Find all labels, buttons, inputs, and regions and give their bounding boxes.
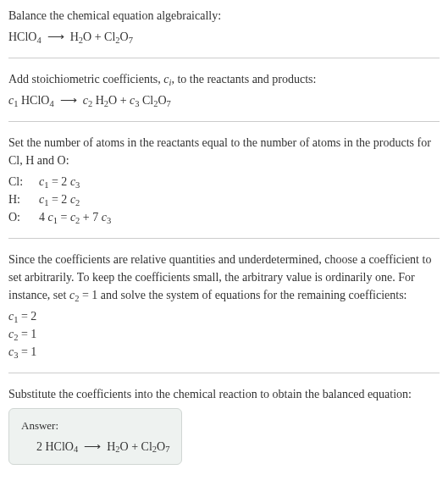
divider	[8, 238, 440, 239]
c1-sub: 1	[14, 99, 18, 108]
answer-r1b: O + Cl	[120, 440, 152, 453]
answer-label: Answer:	[21, 417, 169, 434]
cr-sub: 2	[75, 198, 80, 207]
sp2: H	[92, 94, 104, 107]
product-h2o-sub: 2	[79, 36, 83, 45]
step3-text: Since the coefficients are relative quan…	[8, 251, 440, 304]
product-plus: O + Cl	[83, 30, 115, 43]
sp3b: O	[158, 94, 166, 107]
cvar-sub: 2	[75, 294, 79, 303]
cl-sub: 1	[44, 198, 48, 207]
answer-box: Answer: 2 HClO4 ⟶ H2O + Cl2O7	[8, 408, 182, 465]
sp3-sub: 2	[153, 99, 158, 108]
reactant-sub: 4	[36, 36, 41, 45]
divider	[8, 373, 440, 373]
sub: 2	[14, 333, 18, 342]
divider	[8, 58, 440, 58]
step1-equation: c1 HClO4 ⟶ c2 H2O + c3 Cl2O7	[8, 91, 440, 109]
c3-sub: 3	[107, 216, 111, 225]
answer-r1d: O	[157, 440, 165, 453]
cvar-val: = 1	[79, 289, 97, 301]
solution-row: c2 = 1	[8, 325, 440, 343]
val: = 1	[18, 328, 36, 340]
answer-r1-sub: 2	[115, 445, 119, 454]
sp2b: O +	[108, 94, 130, 107]
product-cl-sub: 2	[115, 36, 119, 45]
sub: 1	[14, 315, 18, 324]
c3-sub: 3	[135, 99, 139, 108]
p1: 4	[39, 211, 48, 224]
val: = 1	[18, 345, 36, 358]
table-row: Cl: c1 = 2 c3	[8, 173, 440, 191]
c2: c	[83, 94, 88, 107]
intro-equation: HClO4 ⟶ H2O + Cl2O7	[8, 28, 440, 46]
step1-text-a: Add stoichiometric coefficients,	[8, 73, 163, 86]
product-o: O	[120, 30, 129, 43]
val: = 2	[18, 310, 36, 323]
element-label: H:	[8, 191, 32, 208]
mid: =	[58, 211, 70, 224]
sp1: HClO	[18, 94, 49, 107]
product-h2o: H	[70, 30, 79, 43]
sp3: Cl	[140, 94, 154, 107]
table-row: O: 4 c1 = c2 + 7 c3	[8, 208, 440, 226]
intro-section: Balance the chemical equation algebraica…	[8, 7, 440, 46]
step4-text: Substitute the coefficients into the che…	[8, 385, 440, 403]
step1-section: Add stoichiometric coefficients, ci, to …	[8, 70, 440, 109]
element-label: O:	[8, 208, 32, 226]
balance-eq: 4 c1 = c2 + 7 c3	[39, 208, 111, 226]
mid: = 2	[48, 193, 69, 206]
c1: c	[48, 211, 53, 224]
answer-r1c-sub: 2	[152, 445, 157, 454]
arrow-icon: ⟶	[47, 30, 64, 43]
plus: + 7	[80, 211, 101, 224]
table-row: H: c1 = 2 c2	[8, 191, 440, 208]
answer-lhs-sub: 4	[74, 445, 78, 454]
sp3c-sub: 7	[167, 99, 171, 108]
solution-row: c3 = 1	[8, 343, 440, 361]
step2-text: Set the number of atoms in the reactants…	[8, 134, 440, 169]
balance-eq: c1 = 2 c2	[39, 191, 80, 208]
step3-text-b: and solve the system of equations for th…	[97, 289, 407, 301]
answer-equation: 2 HClO4 ⟶ H2O + Cl2O7	[21, 438, 169, 456]
balance-eq: c1 = 2 c3	[39, 173, 80, 191]
arrow-icon: ⟶	[84, 439, 101, 453]
step3-section: Since the coefficients are relative quan…	[8, 251, 440, 361]
mid: = 2	[48, 175, 69, 188]
sp1-sub: 4	[49, 99, 53, 108]
arrow-icon: ⟶	[60, 93, 77, 107]
cl-sub: 1	[44, 180, 48, 190]
sp2-sub: 2	[104, 99, 108, 108]
step4-section: Substitute the coefficients into the che…	[8, 385, 440, 465]
element-label: Cl:	[8, 173, 32, 191]
c1-sub: 1	[53, 216, 58, 225]
answer-lhs: 2 HClO	[36, 440, 74, 453]
ci-sub: i	[169, 78, 171, 87]
c2-sub: 2	[88, 99, 92, 108]
divider	[8, 121, 440, 122]
cr-sub: 3	[75, 180, 80, 190]
intro-title: Balance the chemical equation algebraica…	[8, 7, 440, 25]
solutions-list: c1 = 2 c2 = 1 c3 = 1	[8, 307, 440, 361]
sub: 3	[14, 351, 18, 360]
solution-row: c1 = 2	[8, 307, 440, 325]
step1-text-b: , to the reactants and products:	[171, 73, 316, 86]
step1-text: Add stoichiometric coefficients, ci, to …	[8, 70, 440, 88]
c2-sub: 2	[75, 216, 80, 225]
product-o-sub: 7	[129, 36, 133, 45]
answer-r1: H	[104, 440, 116, 453]
answer-r1e-sub: 7	[165, 445, 169, 454]
reactant: HClO	[8, 30, 36, 43]
step2-section: Set the number of atoms in the reactants…	[8, 134, 440, 226]
atom-balance-table: Cl: c1 = 2 c3 H: c1 = 2 c2 O: 4 c1 = c2 …	[8, 173, 440, 226]
